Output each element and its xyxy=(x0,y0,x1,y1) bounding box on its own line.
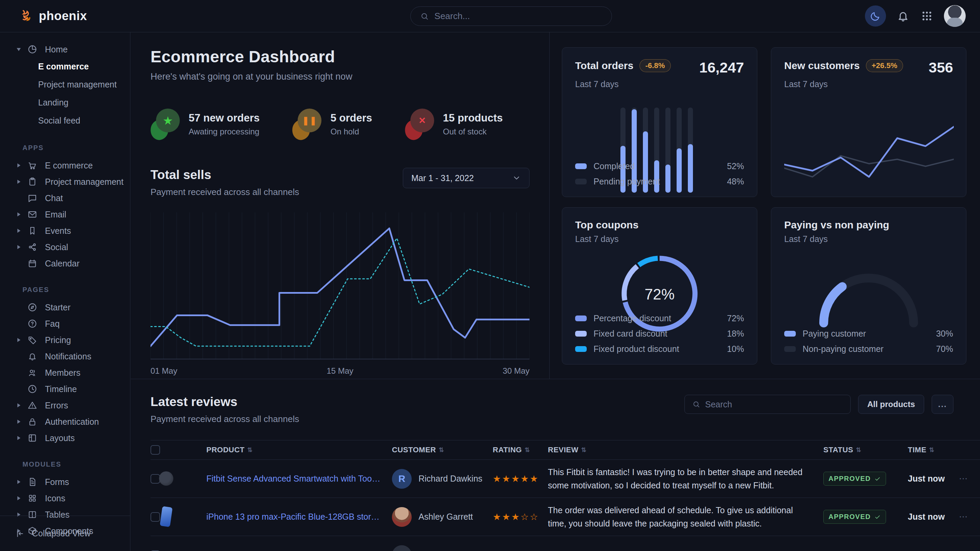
sidebar-item[interactable]: Errors xyxy=(0,397,130,413)
sidebar-item[interactable]: Social xyxy=(0,239,130,255)
card-title: Total orders xyxy=(575,60,633,71)
sidebar-item[interactable]: Pricing xyxy=(0,332,130,348)
reviews-table-header: PRODUCT⇅ CUSTOMER⇅ RATING⇅ REVIEW⇅ STATU… xyxy=(151,440,980,460)
column-header-status[interactable]: STATUS⇅ xyxy=(823,446,908,454)
sidebar-item[interactable]: Calendar xyxy=(0,255,130,272)
legend-swatch xyxy=(575,346,587,352)
customer-cell[interactable]: Ashley Garrett xyxy=(392,507,493,527)
sidebar-item[interactable]: Starter xyxy=(0,299,130,316)
total-sells-subtitle: Payment received across all channels xyxy=(151,187,299,197)
reviews-search-input[interactable] xyxy=(705,400,843,410)
customer-avatar: R xyxy=(392,469,412,489)
sidebar-item-label: Layouts xyxy=(45,433,75,443)
stat-value: 15 products xyxy=(443,112,503,124)
sidebar-subitem[interactable]: Landing xyxy=(0,94,130,112)
sort-icon: ⇅ xyxy=(929,446,935,454)
review-time: Just now xyxy=(908,512,959,522)
latest-reviews-section: Latest reviews Payment received across a… xyxy=(131,379,980,551)
legend-value: 70% xyxy=(936,344,953,354)
product-link[interactable]: Fitbit Sense Advanced Smartwatch with To… xyxy=(206,474,392,484)
sidebar-item[interactable]: Timeline xyxy=(0,381,130,397)
sidebar-item[interactable]: E commerce xyxy=(0,157,130,173)
sidebar-item-icon xyxy=(27,368,37,378)
sidebar-item-icon xyxy=(27,302,37,313)
sidebar-item-label: E commerce xyxy=(45,160,92,170)
sidebar-item[interactable]: Chat xyxy=(0,190,130,206)
sidebar-item[interactable]: Email xyxy=(0,206,130,222)
sidebar-subitem[interactable]: Project management xyxy=(0,76,130,94)
sidebar-item[interactable]: Authentication xyxy=(0,413,130,430)
card-subtitle: Last 7 days xyxy=(575,234,744,244)
sidebar-item-icon xyxy=(27,319,37,329)
bell-icon xyxy=(896,9,910,23)
row-checkbox[interactable] xyxy=(151,512,160,522)
sidebar-item-label: Members xyxy=(45,368,80,378)
select-all-checkbox[interactable] xyxy=(151,445,160,455)
total-orders-card: Total orders -6.8% 16,247 Last 7 days Co… xyxy=(562,47,757,197)
home-submenu: E commerce Project management Landing So… xyxy=(0,57,130,130)
user-avatar[interactable] xyxy=(944,5,966,27)
stat-glyph: ★ xyxy=(156,109,180,132)
more-options-button[interactable]: ... xyxy=(932,395,953,414)
sort-icon: ⇅ xyxy=(581,446,587,454)
moon-icon xyxy=(870,10,881,22)
product-link[interactable]: iPhone 13 pro max-Pacific Blue-128GB sto… xyxy=(206,512,392,522)
sidebar-item[interactable]: Events xyxy=(0,222,130,239)
sidebar-item-label: Events xyxy=(45,226,71,236)
column-header-product[interactable]: PRODUCT⇅ xyxy=(206,446,392,454)
card-title: New customers xyxy=(784,60,860,71)
apps-menu-button[interactable] xyxy=(920,9,934,23)
stats-row: ★ 57 new orders Awating processing ❚❚ xyxy=(151,109,530,140)
sidebar-section-heading: APPS xyxy=(22,144,130,152)
date-range-select[interactable]: Mar 1 - 31, 2022 xyxy=(403,168,530,188)
sidebar-item-label: Timeline xyxy=(45,384,77,394)
brand-name: phoenix xyxy=(39,9,87,23)
product-thumbnail[interactable] xyxy=(166,475,167,482)
column-header-rating[interactable]: RATING⇅ xyxy=(493,446,548,454)
review-time: Just now xyxy=(908,474,959,484)
card-value: 356 xyxy=(929,59,953,76)
reviews-search[interactable] xyxy=(684,395,851,414)
check-icon xyxy=(874,475,881,482)
new-customers-card: New customers +26.5% 356 Last 7 days 01 … xyxy=(771,47,966,197)
row-menu-button[interactable]: ⋯ xyxy=(959,473,980,484)
sidebar-item-icon xyxy=(27,400,37,410)
customer-name: Richard Dawkins xyxy=(418,474,482,484)
legend-swatch xyxy=(784,346,796,352)
customer-cell[interactable]: R Richard Dawkins xyxy=(392,469,493,489)
column-header-customer[interactable]: CUSTOMER⇅ xyxy=(392,446,493,454)
sidebar-item[interactable]: Notifications xyxy=(0,348,130,365)
sidebar-section-heading: MODULES xyxy=(22,460,130,468)
sidebar-item[interactable]: Project management xyxy=(0,173,130,190)
sidebar-item[interactable]: Layouts xyxy=(0,430,130,446)
sidebar-item-label: Errors xyxy=(45,400,68,410)
review-text: This Fitbit is fantastic! I was trying t… xyxy=(548,465,823,492)
row-checkbox[interactable] xyxy=(151,474,160,484)
sidebar-subitem[interactable]: Social feed xyxy=(0,112,130,130)
legend-value: 48% xyxy=(727,177,744,186)
caret-right-icon xyxy=(18,245,21,249)
notifications-button[interactable] xyxy=(896,9,910,23)
column-header-time[interactable]: TIME⇅ xyxy=(908,446,959,454)
all-products-button[interactable]: All products xyxy=(858,395,924,414)
global-search[interactable] xyxy=(410,6,612,26)
sidebar-subitem[interactable]: E commerce xyxy=(0,57,130,76)
sidebar-item-home[interactable]: Home xyxy=(0,41,130,57)
legend-swatch xyxy=(575,316,587,321)
sidebar-item[interactable]: Members xyxy=(0,365,130,381)
legend-label: Non-paying customer xyxy=(803,344,884,354)
brand-logo[interactable]: phoenix xyxy=(0,9,130,23)
collapse-sidebar-button[interactable]: Collapsed View xyxy=(0,516,130,551)
sidebar-item[interactable]: Faq xyxy=(0,316,130,332)
x-tick: 30 May xyxy=(503,366,530,376)
row-menu-button[interactable]: ⋯ xyxy=(959,511,980,522)
card-subtitle: Last 7 days xyxy=(784,79,953,89)
sidebar-item[interactable]: Forms xyxy=(0,474,130,490)
sort-icon: ⇅ xyxy=(856,446,862,454)
sidebar-section-heading: PAGES xyxy=(22,286,130,294)
global-search-input[interactable] xyxy=(434,11,602,21)
column-header-review[interactable]: REVIEW⇅ xyxy=(548,446,823,454)
sidebar-item[interactable]: Icons xyxy=(0,490,130,507)
theme-toggle-button[interactable] xyxy=(865,5,886,27)
product-thumbnail[interactable] xyxy=(166,514,167,520)
